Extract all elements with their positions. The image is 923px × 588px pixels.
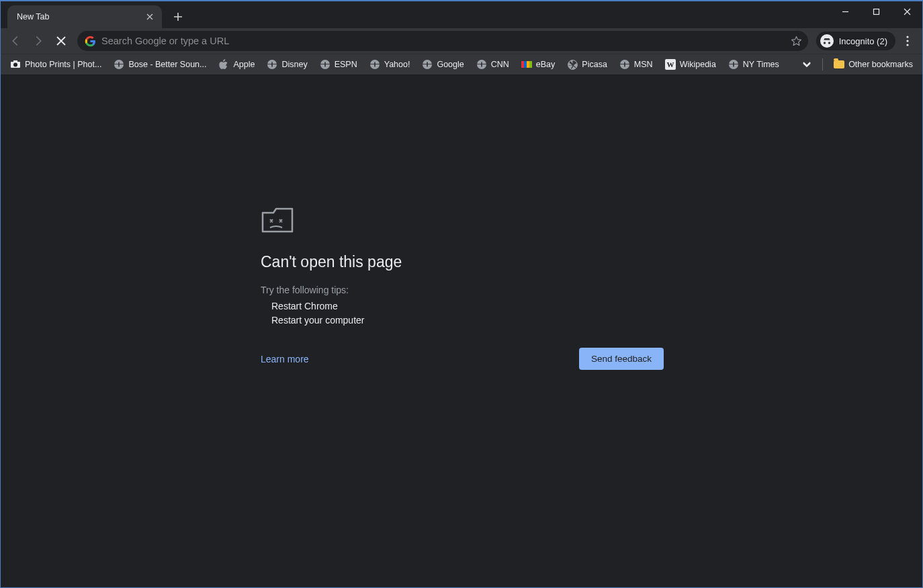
- incognito-indicator[interactable]: Incognito (2): [816, 32, 895, 50]
- bookmark-label: Photo Prints | Phot...: [25, 60, 101, 69]
- folder-icon: [834, 59, 844, 70]
- maximize-button[interactable]: [861, 1, 891, 21]
- bookmark-yahoo[interactable]: Yahoo!: [364, 56, 416, 72]
- bookmark-nytimes[interactable]: NY Times: [723, 56, 785, 72]
- bookmark-label: Apple: [233, 60, 255, 69]
- close-tab-button[interactable]: [144, 11, 155, 22]
- bookmarks-bar: Photo Prints | Phot... Bose - Better Sou…: [1, 54, 922, 75]
- svg-point-1: [906, 36, 908, 38]
- forward-button[interactable]: [28, 30, 49, 52]
- bookmark-label: Google: [437, 60, 464, 69]
- bookmark-wikipedia[interactable]: W Wikipedia: [660, 56, 721, 72]
- tab-title: New Tab: [17, 12, 140, 21]
- bookmark-ebay[interactable]: eBay: [516, 56, 561, 72]
- apple-icon: [218, 59, 229, 70]
- camera-icon: [10, 59, 21, 70]
- globe-icon: [619, 59, 630, 70]
- bookmark-label: Disney: [281, 60, 307, 69]
- titlebar: New Tab: [1, 1, 922, 28]
- close-window-button[interactable]: [891, 1, 922, 21]
- error-tip: Restart your computer: [271, 313, 664, 328]
- bookmark-label: eBay: [536, 60, 556, 69]
- error-tip: Restart Chrome: [271, 299, 664, 313]
- back-button[interactable]: [5, 30, 26, 52]
- svg-point-2: [906, 40, 908, 42]
- picasa-icon: [567, 59, 578, 70]
- globe-icon: [369, 59, 380, 70]
- dead-folder-icon: [261, 206, 664, 236]
- bookmark-label: NY Times: [743, 60, 779, 69]
- bookmark-apple[interactable]: Apple: [213, 56, 260, 72]
- bookmark-label: Picasa: [582, 60, 607, 69]
- error-container: Can't open this page Try the following t…: [261, 206, 664, 370]
- window-controls: [830, 1, 922, 23]
- globe-icon: [728, 59, 739, 70]
- globe-icon: [267, 59, 277, 70]
- bookmark-bose[interactable]: Bose - Better Soun...: [108, 56, 212, 72]
- bookmark-cnn[interactable]: CNN: [471, 56, 515, 72]
- bookmark-photo-prints[interactable]: Photo Prints | Phot...: [5, 56, 107, 72]
- globe-icon: [114, 59, 124, 70]
- bookmarks-overflow-button[interactable]: [797, 61, 817, 68]
- other-bookmarks-label: Other bookmarks: [848, 60, 913, 69]
- bookmark-picasa[interactable]: Picasa: [562, 56, 613, 72]
- send-feedback-button[interactable]: Send feedback: [579, 348, 664, 370]
- globe-icon: [476, 59, 487, 70]
- svg-rect-9: [527, 61, 529, 68]
- address-input[interactable]: [101, 36, 785, 46]
- svg-point-5: [13, 63, 17, 67]
- svg-rect-10: [529, 61, 532, 68]
- bookmark-google[interactable]: Google: [416, 56, 469, 72]
- bookmark-label: Yahoo!: [384, 60, 410, 69]
- search-engine-icon: [84, 35, 96, 47]
- minimize-button[interactable]: [830, 1, 861, 21]
- svg-rect-0: [873, 9, 879, 14]
- globe-icon: [422, 59, 433, 70]
- browser-tab[interactable]: New Tab: [7, 5, 162, 28]
- error-subtitle: Try the following tips:: [261, 285, 664, 295]
- svg-rect-7: [521, 61, 524, 68]
- bookmark-star-icon[interactable]: [791, 35, 803, 47]
- bookmark-msn[interactable]: MSN: [614, 56, 658, 72]
- error-actions: Learn more Send feedback: [261, 348, 664, 370]
- svg-rect-6: [13, 60, 17, 62]
- bookmark-label: MSN: [634, 60, 653, 69]
- incognito-label: Incognito (2): [839, 36, 887, 46]
- page-content: Can't open this page Try the following t…: [1, 75, 922, 588]
- bookmark-disney[interactable]: Disney: [261, 56, 312, 72]
- toolbar: Incognito (2): [1, 28, 922, 54]
- bookmark-label: Bose - Better Soun...: [128, 60, 206, 69]
- bookmark-label: ESPN: [335, 60, 357, 69]
- globe-icon: [320, 59, 331, 70]
- bookmark-label: CNN: [491, 60, 509, 69]
- error-tips-list: Restart Chrome Restart your computer: [261, 299, 664, 328]
- svg-rect-8: [524, 61, 527, 68]
- ebay-icon: [521, 59, 532, 70]
- bookmark-espn[interactable]: ESPN: [314, 56, 363, 72]
- bookmark-label: Wikipedia: [680, 60, 716, 69]
- omnibox[interactable]: [77, 31, 808, 51]
- svg-text:W: W: [666, 60, 674, 68]
- learn-more-link[interactable]: Learn more: [261, 354, 309, 364]
- divider: [822, 58, 823, 70]
- wikipedia-icon: W: [665, 59, 676, 70]
- stop-reload-button[interactable]: [50, 30, 72, 52]
- new-tab-button[interactable]: [169, 7, 187, 26]
- incognito-icon: [820, 34, 834, 48]
- other-bookmarks-button[interactable]: Other bookmarks: [828, 56, 918, 72]
- svg-point-3: [906, 44, 908, 46]
- chrome-menu-button[interactable]: [897, 30, 918, 52]
- error-title: Can't open this page: [261, 253, 664, 271]
